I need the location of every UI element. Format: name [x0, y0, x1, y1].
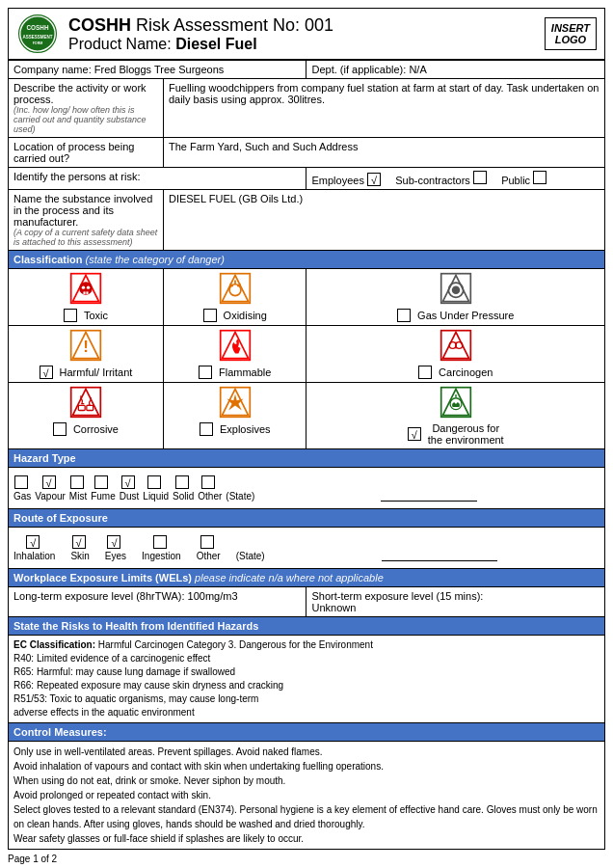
- public-checkbox[interactable]: [533, 171, 546, 184]
- r65-line: R65: Harmful: may cause lung damage if s…: [13, 666, 235, 677]
- svg-rect-10: [86, 291, 88, 294]
- risks-text: EC Classification: Harmful Carcinogen Ca…: [13, 638, 600, 719]
- persons-label-cell: Identify the persons at risk:: [9, 168, 306, 190]
- r51-line: R51/53: Toxic to aquatic organisms, may …: [13, 693, 258, 704]
- toxic-cell: Toxic: [9, 269, 164, 326]
- hazard-type-header-row: Hazard Type: [9, 449, 605, 468]
- risks-header-cell: State the Risks to Health from Identifie…: [9, 617, 605, 636]
- product-name-value: Diesel Fuel: [175, 36, 256, 52]
- svg-rect-11: [220, 274, 250, 304]
- flammable-icon: [219, 329, 252, 362]
- gas-pressure-checkbox[interactable]: [397, 309, 411, 322]
- carcinogen-checkbox[interactable]: [418, 366, 432, 379]
- wels-header-row: Workplace Exposure Limits (WELs) please …: [9, 569, 605, 587]
- corrosive-checkbox[interactable]: [53, 422, 67, 436]
- longterm-value: 100mg/m3: [188, 590, 238, 602]
- mist-checkbox[interactable]: [70, 475, 84, 489]
- eyes-checkbox[interactable]: √: [107, 535, 120, 549]
- public-label: Public: [501, 175, 530, 186]
- page: COSHH ASSESSMENT FORM COSHH Risk Assessm…: [0, 0, 613, 868]
- eyes-item: √ Eyes: [105, 535, 126, 561]
- liquid-label: Liquid: [143, 491, 169, 502]
- inhalation-item: √ Inhalation: [13, 535, 55, 561]
- skin-checkbox[interactable]: √: [72, 535, 86, 549]
- svg-point-7: [82, 285, 85, 288]
- control-header-text: Control Measures:: [13, 726, 107, 738]
- header-title: COSHH Risk Assessment No: 001 Product Na…: [68, 15, 333, 53]
- location-label-cell: Location of process being carried out?: [9, 138, 164, 168]
- harmful-cell: ! √ Harmful/ Irritant: [9, 326, 164, 383]
- classification-header-row: Classification (state the category of da…: [9, 251, 605, 269]
- ec-classification-label: EC Classification:: [13, 639, 95, 650]
- oxidising-cell: Oxidising: [163, 269, 306, 326]
- state-item: (State): [226, 475, 254, 502]
- r66-line: R66: Repeated exposure may cause skin dr…: [13, 680, 283, 691]
- oxidising-checkbox[interactable]: [203, 309, 217, 322]
- vapour-label: Vapour: [35, 491, 66, 502]
- harmful-checkbox[interactable]: √: [40, 366, 53, 379]
- route-state-value[interactable]: [382, 550, 497, 561]
- risk-assessment-label: Risk Assessment No: 001: [136, 15, 333, 35]
- risks-header-row: State the Risks to Health from Identifie…: [9, 617, 605, 636]
- inhalation-label: Inhalation: [13, 551, 55, 561]
- gas-checkbox[interactable]: [14, 475, 28, 489]
- svg-text:COSHH: COSHH: [27, 24, 49, 31]
- coshh-label: COSHH: [68, 15, 131, 35]
- gas-item: Gas: [13, 475, 31, 502]
- dangerous-env-label: Dangerous forthe environment: [428, 422, 504, 446]
- carcinogen-icon: [440, 329, 472, 362]
- corrosive-cell: Corrosive: [9, 383, 164, 449]
- risks-header-text: State the Risks to Health from Identifie…: [13, 620, 258, 632]
- classification-header-cell: Classification (state the category of da…: [9, 251, 605, 269]
- other-route-label: Other: [197, 551, 221, 561]
- dust-checkbox[interactable]: √: [121, 475, 135, 489]
- control-row: Only use in well-ventilated areas. Preve…: [9, 742, 605, 850]
- header: COSHH ASSESSMENT FORM COSHH Risk Assessm…: [8, 8, 605, 60]
- svg-text:!: !: [83, 338, 89, 356]
- control-line2: Avoid inhalation of vapours and contact …: [13, 761, 384, 772]
- other-hazard-item: Other: [198, 475, 222, 502]
- explosives-cell: Explosives: [163, 383, 306, 449]
- activity-row: Describe the activity or work process. (…: [9, 79, 605, 138]
- substance-label-cell: Name the substance involved in the proce…: [9, 190, 164, 251]
- other-route-item: Other: [197, 535, 221, 561]
- employees-checkbox[interactable]: √: [367, 173, 381, 186]
- wels-header-text: Workplace Exposure Limits (WELs): [13, 572, 192, 583]
- gas-pressure-cell: Gas Under Pressure: [306, 269, 605, 326]
- state-label: (State): [226, 491, 254, 502]
- subcontractors-checkbox[interactable]: [473, 171, 487, 184]
- dangerous-env-cell: √ Dangerous forthe environment: [306, 383, 605, 449]
- mist-label: Mist: [69, 491, 87, 502]
- hazard-type-header-text: Hazard Type: [13, 452, 76, 464]
- hazard-state-value[interactable]: [381, 490, 477, 502]
- control-line4: Avoid prolonged or repeated contact with…: [13, 790, 211, 800]
- inhalation-checkbox[interactable]: √: [26, 535, 40, 549]
- toxic-checkbox[interactable]: [64, 309, 77, 322]
- liquid-checkbox[interactable]: [147, 475, 161, 489]
- ingestion-checkbox[interactable]: [153, 535, 167, 549]
- title-line2: Product Name: Diesel Fuel: [68, 36, 333, 53]
- gas-pressure-icon: [440, 272, 472, 305]
- flammable-checkbox[interactable]: [199, 366, 212, 379]
- shortterm-value: Unknown: [311, 602, 356, 613]
- corrosive-icon: [69, 386, 102, 419]
- control-header-row: Control Measures:: [9, 723, 605, 742]
- route-header-text: Route of Exposure: [13, 512, 108, 524]
- fume-item: Fume: [91, 475, 116, 502]
- other-hazard-checkbox[interactable]: [201, 475, 215, 489]
- risks-row: EC Classification: Harmful Carcinogen Ca…: [9, 636, 605, 723]
- footer: Page 1 of 2: [8, 854, 605, 864]
- explosives-icon: [219, 386, 252, 419]
- explosives-checkbox[interactable]: [200, 422, 213, 436]
- state-field-item: [258, 475, 600, 502]
- solid-checkbox[interactable]: [175, 475, 189, 489]
- control-content-cell: Only use in well-ventilated areas. Preve…: [9, 742, 605, 850]
- dangerous-env-checkbox[interactable]: √: [408, 427, 421, 441]
- vapour-checkbox[interactable]: √: [42, 475, 56, 489]
- skin-item: √ Skin: [70, 535, 89, 561]
- other-route-checkbox[interactable]: [200, 535, 214, 549]
- carcinogen-label: Carcinogen: [439, 366, 493, 378]
- fume-checkbox[interactable]: [94, 475, 108, 489]
- svg-point-20: [451, 285, 460, 294]
- harmful-icon: !: [69, 329, 102, 362]
